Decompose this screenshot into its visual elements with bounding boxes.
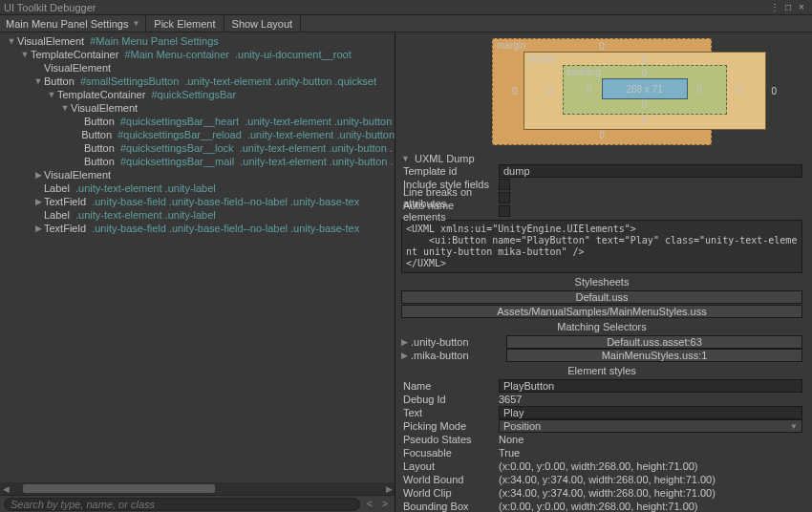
name-input[interactable]: [499, 379, 802, 393]
margin-bottom: 0: [512, 130, 692, 140]
stylesheets-header: Stylesheets: [401, 276, 802, 288]
tree-row[interactable]: ▼TemplateContainer #Main Menu-container …: [0, 48, 395, 61]
margin-left: 0: [512, 86, 518, 96]
fold-icon[interactable]: ▼: [6, 36, 17, 46]
border-bottom: 0: [544, 115, 746, 125]
tree-row[interactable]: ▶TextField .unity-base-field .unity-base…: [0, 195, 395, 208]
inspector-panel[interactable]: margin 0 0 border 0 0 padding 0: [395, 32, 812, 512]
line-breaks-checkbox[interactable]: [499, 192, 510, 203]
border-right: 0: [733, 85, 746, 96]
picking-mode-row: Picking ModePosition▼: [403, 419, 802, 433]
uxml-code[interactable]: <UXML xmlns:ui="UnityEngine.UIElements">…: [401, 220, 802, 273]
picking-mode-dropdown[interactable]: Position▼: [499, 419, 802, 433]
panel-dropdown[interactable]: Main Menu Panel Settings ▼: [0, 15, 146, 32]
chevron-down-icon: ▼: [132, 19, 139, 28]
window-title: UI Toolkit Debugger: [4, 2, 768, 13]
horizontal-scrollbar[interactable]: ◀ ▶: [0, 482, 395, 495]
tree-label: VisualElement: [44, 169, 111, 181]
selector-source[interactable]: Default.uss.asset:63: [506, 335, 802, 349]
tree-label: VisualElement #Main Menu Panel Settings: [17, 35, 219, 47]
tree-label: Button #quicksettingsBar__heart .unity-t…: [84, 116, 392, 127]
chevron-down-icon: ▼: [790, 422, 798, 431]
fold-icon[interactable]: ▼: [32, 76, 44, 86]
name-row: Name: [403, 379, 802, 393]
show-layout-button[interactable]: Show Layout: [224, 15, 302, 32]
tree-row[interactable]: ▼TemplateContainer #quickSettingsBar: [0, 88, 395, 101]
box-model-padding: padding 0 0 268 x 71 0 0: [563, 65, 727, 115]
tree-row[interactable]: ▶TextField .unity-base-field .unity-base…: [0, 222, 395, 235]
layout-row: Layout(x:0.00, y:0.00, width:268.00, hei…: [403, 459, 802, 473]
fold-icon[interactable]: ▼: [46, 90, 57, 99]
toolbar: Main Menu Panel Settings ▼ Pick Element …: [0, 15, 812, 32]
tree-row[interactable]: Button #quicksettingsBar__mail .unity-te…: [0, 155, 395, 168]
fold-icon[interactable]: ▶: [32, 170, 44, 180]
tree-label: Button #quicksettingsBar__reload .unity-…: [81, 129, 395, 140]
tree-label: TextField .unity-base-field .unity-base-…: [44, 223, 359, 234]
uxml-dump-header[interactable]: ▼UXML Dump: [401, 153, 802, 164]
include-style-fields-checkbox[interactable]: [499, 179, 510, 190]
fold-icon[interactable]: ▶: [32, 197, 44, 206]
search-bar: < >: [0, 495, 395, 512]
search-prev-icon[interactable]: <: [364, 499, 375, 509]
search-input[interactable]: [4, 498, 360, 511]
scrollbar-track[interactable]: [23, 484, 372, 493]
padding-label: padding: [567, 67, 602, 77]
tree-row[interactable]: Label .unity-text-element .unity-label: [0, 181, 395, 195]
tree-row[interactable]: VisualElement: [0, 61, 395, 75]
tree-label: Button #quicksettingsBar__lock .unity-te…: [84, 142, 393, 154]
text-row: Text: [403, 406, 802, 419]
tree-label: TemplateContainer #quickSettingsBar: [57, 89, 236, 100]
matching-selectors-header: Matching Selectors: [401, 321, 802, 332]
panel-dropdown-label: Main Menu Panel Settings: [6, 18, 128, 30]
stylesheet-item[interactable]: Assets/ManualSamples/MainMenuStyles.uss: [401, 305, 802, 318]
world-clip-row: World Clip(x:34.00, y:374.00, width:268.…: [403, 486, 802, 500]
selector-row: ▶.mika-buttonMainMenuStyles.uss:1: [401, 349, 802, 362]
tree-row[interactable]: Button #quicksettingsBar__lock .unity-te…: [0, 141, 395, 155]
text-input[interactable]: [499, 406, 802, 419]
padding-bottom: 0: [583, 99, 707, 110]
focusable-row: FocusableTrue: [403, 446, 802, 459]
tree-label: Label .unity-text-element .unity-label: [44, 209, 216, 221]
template-id-input[interactable]: [499, 164, 802, 178]
menu-icon[interactable]: ⋮: [768, 1, 781, 14]
fold-icon[interactable]: ▶: [401, 337, 411, 347]
auto-name-checkbox[interactable]: [499, 205, 510, 217]
box-model: margin 0 0 border 0 0 padding 0: [492, 38, 712, 145]
tree-row[interactable]: ▶VisualElement: [0, 168, 395, 181]
fold-icon[interactable]: ▼: [59, 103, 71, 113]
title-bar: UI Toolkit Debugger ⋮ □ ×: [0, 0, 812, 15]
world-bound-row: World Bound(x:34.00, y:374.00, width:268…: [403, 473, 802, 486]
margin-right: 0: [772, 86, 778, 96]
tree-row[interactable]: ▼VisualElement #Main Menu Panel Settings: [0, 34, 395, 48]
tree-label: Label .unity-text-element .unity-label: [44, 182, 216, 194]
selector-source[interactable]: MainMenuStyles.uss:1: [506, 349, 802, 362]
padding-right: 0: [694, 84, 707, 95]
bounding-box-row: Bounding Box(x:0.00, y:0.00, width:268.0…: [403, 500, 802, 512]
tree-row[interactable]: Button #quicksettingsBar__reload .unity-…: [0, 128, 395, 141]
border-top: 0: [544, 54, 746, 65]
scrollbar-thumb[interactable]: [23, 484, 215, 493]
scroll-left-icon[interactable]: ◀: [0, 484, 11, 494]
close-icon[interactable]: ×: [795, 1, 808, 14]
tree-label: Button #smallSettingsButton .unity-text-…: [44, 75, 376, 87]
search-next-icon[interactable]: >: [379, 499, 391, 509]
tree-row[interactable]: Button #quicksettingsBar__heart .unity-t…: [0, 115, 395, 128]
tree-row[interactable]: ▼Button #smallSettingsButton .unity-text…: [0, 75, 395, 88]
margin-label: margin: [497, 40, 526, 51]
main-area: ▼VisualElement #Main Menu Panel Settings…: [0, 32, 812, 512]
scroll-right-icon[interactable]: ▶: [383, 484, 395, 494]
fold-icon[interactable]: ▼: [19, 50, 31, 59]
template-id-row: Template id: [403, 164, 802, 178]
fold-icon[interactable]: ▶: [401, 351, 411, 360]
pick-element-button[interactable]: Pick Element: [146, 15, 224, 32]
tree-row[interactable]: Label .unity-text-element .unity-label: [0, 208, 395, 222]
tree-label: TextField .unity-base-field .unity-base-…: [44, 196, 359, 207]
border-label: border: [528, 53, 556, 64]
maximize-icon[interactable]: □: [781, 1, 795, 14]
hierarchy-tree[interactable]: ▼VisualElement #Main Menu Panel Settings…: [0, 32, 395, 482]
fold-icon[interactable]: ▼: [401, 154, 411, 163]
stylesheet-item[interactable]: Default.uss: [401, 290, 802, 304]
element-styles-header: Element styles: [401, 365, 802, 376]
tree-row[interactable]: ▼VisualElement: [0, 101, 395, 115]
fold-icon[interactable]: ▶: [32, 224, 44, 233]
